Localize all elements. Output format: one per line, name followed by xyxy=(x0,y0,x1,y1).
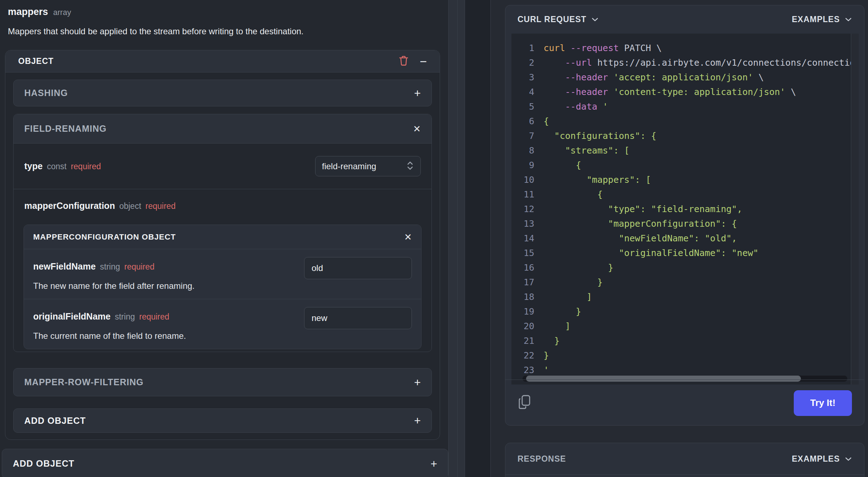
plus-icon[interactable]: + xyxy=(414,87,421,99)
property-kind: string xyxy=(115,312,135,322)
property-kind: string xyxy=(100,262,120,272)
line-number: 20 xyxy=(511,319,534,333)
code-text: ] xyxy=(544,290,592,304)
line-number: 14 xyxy=(511,231,534,246)
code-line: 10 "mappers": [ xyxy=(511,172,859,187)
original-field-name-info: originalFieldName string required The cu… xyxy=(33,307,304,341)
code-line: 2 --url https://api.airbyte.com/v1/conne… xyxy=(511,55,859,70)
response-card: RESPONSE EXAMPLES xyxy=(505,443,864,477)
collapse-object-button[interactable]: − xyxy=(420,55,427,67)
new-field-name-input[interactable] xyxy=(304,257,412,279)
code-text: curl --request PATCH \ xyxy=(544,41,662,55)
type-select-value: field-renaming xyxy=(322,161,406,171)
hashing-label: HASHING xyxy=(24,88,68,98)
plus-icon[interactable]: + xyxy=(430,458,437,470)
code-text: --header 'accept: application/json' \ xyxy=(544,70,764,85)
code-line: 20 ] xyxy=(511,319,859,333)
code-text: "mappers": [ xyxy=(544,172,651,187)
chevron-down-icon xyxy=(845,17,852,22)
code-text: { xyxy=(544,187,603,202)
curl-code-block: 1curl --request PATCH \2 --url https://a… xyxy=(511,34,859,385)
line-number: 2 xyxy=(511,55,534,70)
code-text: } xyxy=(544,348,549,363)
property-description: The new name for the field after renamin… xyxy=(33,281,304,291)
original-field-name-row: originalFieldName string required The cu… xyxy=(24,299,421,349)
property-name: originalFieldName xyxy=(33,311,111,322)
property-name: mapperConfiguration xyxy=(24,201,115,211)
code-line: 12 "type": "field-renaming", xyxy=(511,202,859,216)
code-line: 11 { xyxy=(511,187,859,202)
add-object-button-bottom[interactable]: ADD OBJECT + xyxy=(2,449,448,477)
code-line: 14 "newFieldName": "old", xyxy=(511,231,859,246)
close-mapper-configuration-button[interactable]: ✕ xyxy=(404,232,412,242)
code-text: } xyxy=(544,275,603,290)
api-example-pane: CURL REQUEST EXAMPLES 1curl --request PA… xyxy=(490,0,868,477)
required-badge: required xyxy=(139,312,169,322)
code-text: "type": "field-renaming", xyxy=(544,202,742,216)
code-text: { xyxy=(544,114,549,129)
code-text: "newFieldName": "old", xyxy=(544,231,737,246)
field-heading: mappers array xyxy=(8,6,71,17)
minus-icon: − xyxy=(420,55,427,67)
code-text: ' xyxy=(544,363,549,377)
plus-icon[interactable]: + xyxy=(414,377,421,388)
code-text: } xyxy=(544,333,560,348)
mapper-configuration-property-row: mapperConfiguration object required xyxy=(14,189,432,211)
response-examples-dropdown[interactable]: EXAMPLES xyxy=(792,454,852,464)
type-select[interactable]: field-renaming xyxy=(315,156,421,176)
field-description: Mappers that should be applied to the st… xyxy=(8,26,304,36)
field-type: array xyxy=(53,8,71,17)
code-text: ] xyxy=(544,319,570,333)
remove-field-renaming-button[interactable]: ✕ xyxy=(413,124,421,134)
examples-label: EXAMPLES xyxy=(792,15,840,24)
pane-scrollbar[interactable] xyxy=(448,0,465,477)
type-property-row: type const required field-renaming xyxy=(14,144,432,189)
original-field-name-input[interactable] xyxy=(304,307,412,329)
object-card: OBJECT − HASHING + FIELD-RENAMING xyxy=(5,50,440,440)
line-number: 3 xyxy=(511,70,534,85)
code-text: "configurations": { xyxy=(544,129,656,143)
close-icon: ✕ xyxy=(413,124,421,134)
property-kind: const xyxy=(47,162,66,171)
try-it-button[interactable]: Try It! xyxy=(794,390,852,416)
code-line: 15 "originalFieldName": "new" xyxy=(511,246,859,260)
hashing-section[interactable]: HASHING + xyxy=(13,80,432,106)
curl-request-card: CURL REQUEST EXAMPLES 1curl --request PA… xyxy=(505,5,864,426)
copy-code-button[interactable] xyxy=(518,395,532,411)
code-line: 22} xyxy=(511,348,859,363)
new-field-name-row: newFieldName string required The new nam… xyxy=(24,249,421,299)
required-badge: required xyxy=(124,262,154,272)
code-vertical-scrollbar[interactable] xyxy=(851,34,859,385)
schema-form-pane: mappers array Mappers that should be app… xyxy=(0,0,448,477)
field-renaming-label: FIELD-RENAMING xyxy=(24,124,107,134)
response-title: RESPONSE xyxy=(518,454,566,464)
line-number: 5 xyxy=(511,99,534,114)
plus-icon[interactable]: + xyxy=(414,415,421,426)
line-number: 12 xyxy=(511,202,534,216)
trash-icon xyxy=(398,55,409,67)
object-card-title: OBJECT xyxy=(18,56,54,66)
required-badge: required xyxy=(146,201,176,211)
code-text: "originalFieldName": "new" xyxy=(544,246,758,260)
mapper-configuration-header: MAPPERCONFIGURATION OBJECT ✕ xyxy=(24,225,421,249)
add-object-button-inner[interactable]: ADD OBJECT + xyxy=(13,408,432,433)
code-line: 7 "configurations": { xyxy=(511,129,859,143)
delete-object-button[interactable] xyxy=(398,55,409,67)
line-number: 15 xyxy=(511,246,534,260)
examples-dropdown[interactable]: EXAMPLES xyxy=(792,15,852,24)
property-kind: object xyxy=(119,201,141,211)
code-text: } xyxy=(544,304,581,319)
field-renaming-section: FIELD-RENAMING ✕ type const required fie… xyxy=(13,114,432,352)
line-number: 23 xyxy=(511,363,534,377)
curl-request-toggle[interactable]: CURL REQUEST xyxy=(518,15,599,24)
mapper-row-filtering-section[interactable]: MAPPER-ROW-FILTERING + xyxy=(13,368,432,396)
chevron-down-icon xyxy=(845,457,852,461)
add-object-label: ADD OBJECT xyxy=(24,416,86,426)
line-number: 8 xyxy=(511,143,534,158)
code-line: 19 } xyxy=(511,304,859,319)
response-header: RESPONSE EXAMPLES xyxy=(505,443,864,475)
field-renaming-header: FIELD-RENAMING ✕ xyxy=(14,114,432,144)
mapper-configuration-card: MAPPERCONFIGURATION OBJECT ✕ newFieldNam… xyxy=(24,225,422,349)
code-text: --url https://api.airbyte.com/v1/connect… xyxy=(544,55,859,70)
code-lines: 1curl --request PATCH \2 --url https://a… xyxy=(511,41,859,377)
